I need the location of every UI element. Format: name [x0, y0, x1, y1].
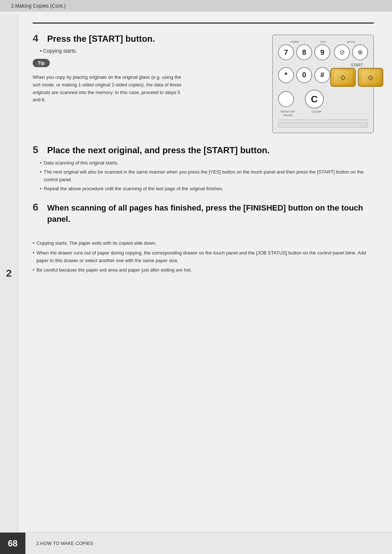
key-hash-button[interactable]: # [314, 67, 330, 83]
start-button[interactable]: ◇ [330, 68, 356, 87]
key-hash-label: # [320, 71, 324, 79]
clear-c-button[interactable]: C [305, 90, 324, 109]
step-4-section: 4 Press the [START] button. Copying star… [33, 33, 374, 133]
panel-top-labels: PQRS TUV WXYZ [278, 40, 368, 44]
page-number: 68 [8, 538, 18, 549]
page-bottom-bar: 68 2.HOW TO MAKE COPIES [0, 532, 392, 554]
monitor-pause-button[interactable] [278, 91, 294, 107]
panel-row-2: * 0 # START ◇ ◇ [278, 63, 368, 87]
breadcrumb: 2.Making Copies (Cont.) [11, 3, 66, 9]
label-wxyz: WXYZ [347, 40, 355, 44]
start-label-text: START [351, 63, 363, 67]
page-sidebar: 2 [0, 15, 18, 532]
panel-bottom-labels: MONITOR/ PAUSE CLEAR [279, 110, 323, 117]
label-tuv: TUV [320, 40, 326, 44]
start-button-2[interactable]: ◇ [358, 68, 383, 87]
tip-badge: Tip [33, 59, 50, 67]
page-footer-text: 2.HOW TO MAKE COPIES [25, 541, 93, 546]
step-4-number: 4 [33, 33, 43, 44]
key-star-label: * [285, 71, 287, 79]
step-4-title: Press the [START] button. [47, 34, 155, 44]
step-5-title: Place the next original, and press the [… [47, 145, 270, 155]
monitor-label: MONITOR/ PAUSE [281, 110, 295, 117]
control-panel-diagram: PQRS TUV WXYZ 7 8 9 ⊘ [272, 34, 374, 133]
label-pqrs: PQRS [291, 40, 299, 44]
key-group-star-0-hash: * 0 # [278, 67, 330, 83]
key-star-button[interactable]: * [278, 67, 294, 83]
step-4-bullet1: Copying starts. [40, 48, 261, 54]
key-0-label: 0 [302, 71, 306, 79]
tip-text: When you copy by placing originals on th… [33, 74, 185, 104]
interrupt-icon-button[interactable]: ⊘ [334, 44, 350, 60]
step-6-number: 6 [33, 201, 43, 213]
step-5-bullets: Data scanning of this original starts. T… [40, 159, 374, 192]
step-5-number: 5 [33, 144, 43, 156]
key-group-789: 7 8 9 [278, 44, 330, 60]
key-7-button[interactable]: 7 [278, 44, 294, 60]
header-bar: 2.Making Copies (Cont.) [0, 0, 392, 12]
footer-note-3: Be careful because the paper exit area a… [33, 266, 374, 274]
footer-notes: Copying starts. The paper exits with its… [33, 240, 374, 274]
start-button-inner-2: ◇ [362, 71, 380, 84]
key-9-label: 9 [320, 48, 324, 57]
sidebar-number: 2 [6, 268, 12, 279]
step-6-title: When scanning of all pages has finished,… [47, 203, 374, 225]
top-separator [33, 23, 374, 24]
clear-c-label: C [311, 94, 318, 105]
clear-label: CLEAR [311, 110, 321, 117]
footer-note-1: Copying starts. The paper exits with its… [33, 240, 374, 247]
key-7-label: 7 [284, 48, 288, 57]
panel-row-3: C MONITOR/ PAUSE CLEAR [278, 90, 368, 117]
energy-save-icon-button[interactable]: ⊗ [352, 44, 368, 60]
step-5-bullet3: Repeat the above procedure until the sca… [40, 185, 374, 193]
monitor-c-group: C [278, 90, 324, 109]
step-4-text: 4 Press the [START] button. Copying star… [33, 33, 261, 104]
step-5-bullet1: Data scanning of this original starts. [40, 159, 374, 167]
c-button-group: C MONITOR/ PAUSE CLEAR [278, 90, 324, 117]
step-5-heading: 5 Place the next original, and press the… [33, 144, 374, 156]
footer-note-2: When the drawer runs out of paper during… [33, 249, 374, 265]
key-8-button[interactable]: 8 [296, 44, 312, 60]
panel-divider [278, 120, 368, 120]
step-5-section: 5 Place the next original, and press the… [33, 144, 374, 192]
step-4-heading: 4 Press the [START] button. [33, 33, 261, 44]
key-0-button[interactable]: 0 [296, 67, 312, 83]
panel-slot [278, 122, 368, 127]
panel-row-1: 7 8 9 ⊘ ⊗ [278, 44, 368, 60]
step-5-bullet2: The next original will also be scanned i… [40, 168, 374, 184]
start-button-inner: ◇ [334, 71, 352, 84]
icon-group-right: ⊘ ⊗ [334, 44, 368, 60]
key-9-button[interactable]: 9 [314, 44, 330, 60]
step-6-heading: 6 When scanning of all pages has finishe… [33, 201, 374, 225]
page-number-box: 68 [0, 533, 25, 554]
key-8-label: 8 [302, 48, 306, 57]
step-6-section: 6 When scanning of all pages has finishe… [33, 201, 374, 225]
main-content: 4 Press the [START] button. Copying star… [18, 12, 392, 305]
start-column: START ◇ ◇ [330, 63, 383, 87]
